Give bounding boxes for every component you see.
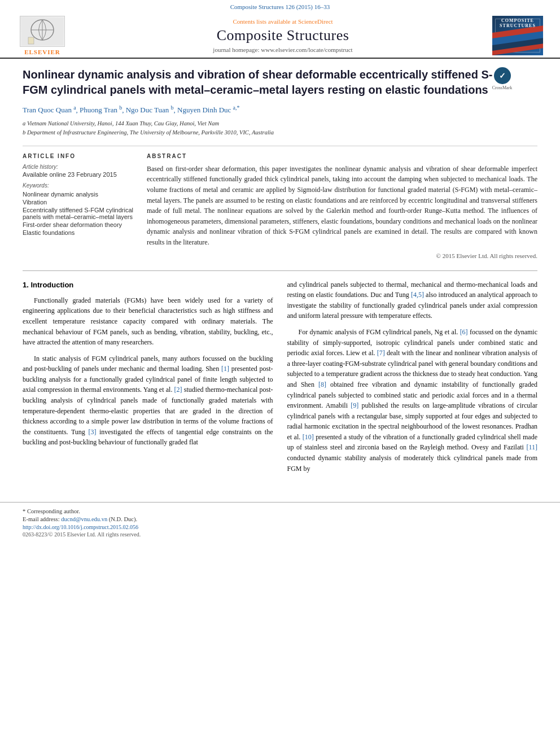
info-abstract-section: ARTICLE INFO Article history: Available …: [23, 146, 537, 259]
journal-homepage: journal homepage: www.elsevier.com/locat…: [85, 46, 481, 53]
ref-8: [8]: [318, 381, 326, 388]
ref-7: [7]: [377, 349, 385, 357]
article-info-title: ARTICLE INFO: [23, 153, 135, 159]
ref-4-5: [4,5]: [411, 291, 424, 299]
article-content: Nonlinear dynamic analysis and vibration…: [0, 59, 560, 491]
copyright-line: © 2015 Elsevier Ltd. All rights reserved…: [147, 252, 537, 259]
elsevier-logo: ELSEVIER: [11, 16, 73, 55]
keyword-5: Elastic foundations: [23, 229, 135, 236]
body-columns: 1. Introduction Functionally graded mate…: [23, 279, 537, 480]
affiliation-b: b Department of Infrastructure Engineeri…: [23, 128, 537, 137]
intro-para2: In static analysis of FGM cylindrical pa…: [23, 353, 273, 448]
journal-center: Contents lists available at ScienceDirec…: [73, 18, 492, 53]
article-title: Nonlinear dynamic analysis and vibration…: [23, 67, 537, 98]
ref-9: [9]: [351, 401, 358, 409]
available-online: Available online 23 February 2015: [23, 171, 135, 178]
ref-11: [11]: [526, 443, 537, 451]
title-wrapper: Nonlinear dynamic analysis and vibration…: [23, 67, 537, 98]
keyword-3: Eccentrically stiffened S-FGM cylindrica…: [23, 207, 135, 220]
ref-6: [6]: [460, 328, 468, 336]
journal-logo-right: COMPOSITESTRUCTURES: [492, 16, 543, 55]
issn-line: 0263-8223/© 2015 Elsevier Ltd. All right…: [23, 531, 537, 538]
intro-para4: For dynamic analysis of FGM cylindrical …: [287, 327, 538, 474]
footer: * Corresponding author. E-mail address: …: [0, 502, 560, 542]
corresponding-label: * Corresponding author.: [23, 508, 80, 514]
authors: Tran Quoc Quan a, Phuong Tran b, Ngo Duc…: [23, 104, 537, 115]
crossmark: ✓ CrossMark: [489, 67, 515, 93]
abstract-text: Based on first-order shear deformation, …: [147, 164, 537, 248]
intro-para1: Functionally graded materials (FGMs) hav…: [23, 295, 273, 348]
doi-link[interactable]: http://dx.doi.org/10.1016/j.compstruct.2…: [23, 524, 537, 530]
keyword-2: Vibration: [23, 199, 135, 206]
author-quan: Tran Quoc Quan a: [23, 106, 76, 114]
keyword-4: First-order shear deformation theory: [23, 221, 135, 228]
email-line: E-mail address: ducnd@vnu.edu.vn (N.D. D…: [23, 516, 537, 522]
author-tuan: Ngo Duc Tuan b: [126, 106, 174, 114]
ref-10: [10]: [303, 433, 314, 441]
ref-1: [1]: [221, 365, 229, 373]
email-label: E-mail address:: [23, 516, 60, 522]
ref-3: [3]: [88, 428, 96, 436]
right-column: and cylindrical panels subjected to ther…: [287, 279, 538, 480]
affiliations: a Vietnam National University, Hanoi, 14…: [23, 119, 537, 137]
journal-bar: Composite Structures 126 (2015) 16–33: [0, 0, 560, 11]
author-phuong: Phuong Tran b: [80, 106, 122, 114]
journal-citation: Composite Structures 126 (2015) 16–33: [230, 3, 330, 10]
crossmark-label: CrossMark: [492, 85, 513, 90]
affiliation-a: a Vietnam National University, Hanoi, 14…: [23, 119, 537, 128]
contents-line: Contents lists available at ScienceDirec…: [85, 18, 481, 25]
abstract-section: ABSTRACT Based on first-order shear defo…: [147, 153, 537, 259]
journal-logo-text: COMPOSITESTRUCTURES: [492, 18, 543, 28]
email-link[interactable]: ducnd@vnu.edu.vn: [61, 516, 107, 522]
ref-2: [2]: [174, 386, 182, 394]
abstract-title: ABSTRACT: [147, 153, 537, 159]
article-info: ARTICLE INFO Article history: Available …: [23, 153, 135, 259]
keyword-1: Nonlinear dynamic analysis: [23, 191, 135, 198]
journal-title: Composite Structures: [85, 27, 481, 44]
intro-para3: and cylindrical panels subjected to ther…: [287, 279, 538, 321]
history-label: Article history:: [23, 164, 135, 170]
svg-rect-4: [28, 37, 34, 44]
keywords-label: Keywords:: [23, 182, 135, 189]
author-duc: Nguyen Dinh Duc a,*: [177, 106, 240, 114]
left-column: 1. Introduction Functionally graded mate…: [23, 279, 273, 480]
page: Composite Structures 126 (2015) 16–33 EL…: [0, 0, 560, 747]
elsevier-logo-image: [20, 16, 65, 47]
header-section: ELSEVIER Contents lists available at Sci…: [0, 11, 560, 59]
sciencedirect-link[interactable]: ScienceDirect: [298, 18, 333, 25]
section-divider: [23, 270, 537, 271]
elsevier-label: ELSEVIER: [24, 49, 60, 55]
corresponding-author: * Corresponding author.: [23, 508, 537, 514]
intro-heading: 1. Introduction: [23, 279, 273, 291]
email-suffix: (N.D. Duc).: [109, 516, 137, 522]
crossmark-icon: ✓: [494, 67, 511, 84]
